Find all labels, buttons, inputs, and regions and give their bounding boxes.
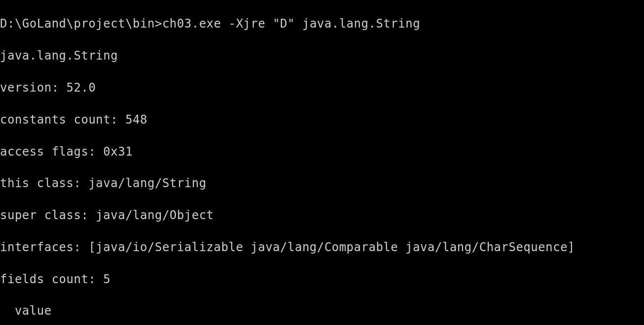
- output-super-class: super class: java/lang/Object: [0, 207, 644, 223]
- prompt: D:\GoLand\project\bin>: [0, 17, 162, 31]
- output-version: version: 52.0: [0, 80, 644, 96]
- command-line: D:\GoLand\project\bin>ch03.exe -Xjre "D"…: [0, 16, 644, 32]
- output-interfaces: interfaces: [java/io/Serializable java/l…: [0, 239, 644, 255]
- output-constants-count: constants count: 548: [0, 112, 644, 128]
- field-item: value: [0, 303, 644, 319]
- output-fields-count: fields count: 5: [0, 271, 644, 287]
- terminal-output[interactable]: D:\GoLand\project\bin>ch03.exe -Xjre "D"…: [0, 0, 644, 325]
- output-this-class: this class: java/lang/String: [0, 175, 644, 191]
- command-text: ch03.exe -Xjre "D" java.lang.String: [162, 17, 420, 31]
- output-class-name: java.lang.String: [0, 48, 644, 64]
- output-access-flags: access flags: 0x31: [0, 144, 644, 160]
